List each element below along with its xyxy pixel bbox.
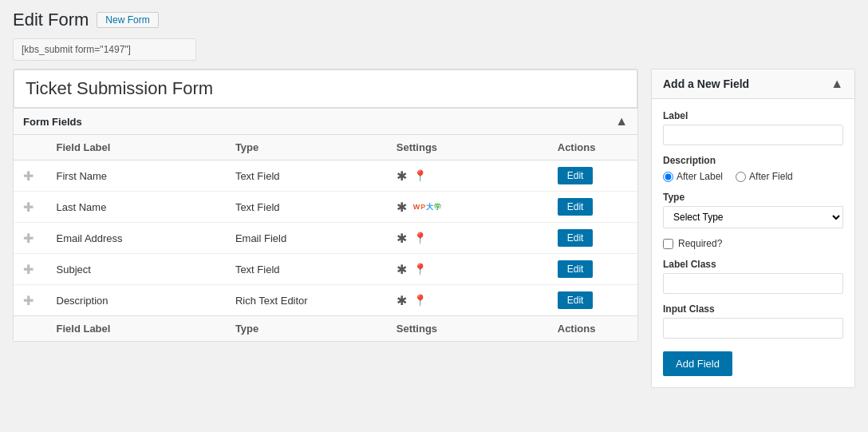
drag-handle[interactable]: ✚	[14, 161, 47, 192]
after-label-text: After Label	[677, 171, 723, 182]
field-actions-cell: Edit	[548, 192, 637, 223]
after-label-radio[interactable]	[663, 172, 673, 182]
label-input[interactable]	[663, 125, 843, 145]
label-field-label: Label	[663, 110, 843, 121]
input-class-field-group: Input Class	[663, 303, 843, 339]
edit-button[interactable]: Edit	[558, 167, 594, 184]
after-field-radio[interactable]	[736, 172, 746, 182]
edit-button[interactable]: Edit	[558, 291, 594, 309]
settings-icons: ✱📍	[397, 168, 539, 184]
col-label-header: Field Label	[47, 135, 226, 161]
field-actions-cell: Edit	[548, 254, 637, 285]
pin-icon[interactable]: 📍	[413, 263, 427, 275]
edit-button[interactable]: Edit	[558, 260, 594, 278]
field-label-cell: Last Name	[47, 192, 226, 223]
after-field-radio-label[interactable]: After Field	[736, 171, 793, 182]
table-row: ✚First NameText Field✱📍Edit	[14, 161, 637, 192]
drag-handle[interactable]: ✚	[14, 223, 47, 254]
table-row: ✚Email AddressEmail Field✱📍Edit	[14, 223, 637, 254]
form-title-input[interactable]	[14, 69, 637, 108]
table-row: ✚DescriptionRich Text Editor✱📍Edit	[14, 285, 637, 316]
collapse-icon[interactable]: ▲	[615, 115, 628, 128]
field-actions-cell: Edit	[548, 161, 637, 192]
right-panel-body: Label Description After Label After Fiel…	[652, 99, 854, 387]
required-checkbox[interactable]	[663, 239, 673, 249]
field-label-cell: Email Address	[47, 223, 226, 254]
description-field-group: Description After Label After Field	[663, 155, 843, 182]
section-header: Form Fields ▲	[14, 109, 637, 135]
label-field-group: Label	[663, 110, 843, 145]
footer-settings-col: Settings	[387, 316, 548, 342]
field-actions-cell: Edit	[548, 223, 637, 254]
after-field-text: After Field	[749, 171, 793, 182]
col-drag-header	[14, 135, 47, 161]
drag-icon: ✚	[23, 232, 34, 245]
field-type-cell: Text Field	[226, 161, 387, 192]
label-class-label: Label Class	[663, 259, 843, 270]
field-settings-cell: ✱📍	[387, 254, 548, 285]
field-settings-cell: ✱📍	[387, 223, 548, 254]
footer-label-col: Field Label	[47, 316, 226, 342]
description-radio-group: After Label After Field	[663, 171, 843, 182]
add-field-button[interactable]: Add Field	[663, 351, 732, 376]
field-type-cell: Text Field	[226, 192, 387, 223]
settings-icons: ✱📍	[397, 231, 539, 246]
input-class-input[interactable]	[663, 318, 843, 339]
right-panel-collapse-icon[interactable]: ▲	[831, 77, 843, 90]
col-settings-header: Settings	[387, 135, 548, 161]
type-field-group: Type Select TypeText FieldEmail FieldRic…	[663, 192, 843, 228]
type-field-label: Type	[663, 192, 843, 203]
drag-icon: ✚	[23, 200, 34, 214]
edit-button[interactable]: Edit	[558, 229, 594, 247]
field-label-cell: Subject	[47, 254, 226, 285]
star-icon[interactable]: ✱	[397, 231, 407, 246]
form-fields-section: Form Fields ▲ Field Label Type Settings …	[14, 108, 637, 341]
fields-table: Field Label Type Settings Actions ✚First…	[14, 135, 637, 341]
pin-icon[interactable]: 📍	[413, 294, 427, 307]
required-row: Required?	[663, 238, 843, 249]
settings-icons: ✱ WP大学	[397, 200, 539, 215]
footer-drag-col	[14, 316, 47, 342]
drag-handle[interactable]: ✚	[14, 192, 47, 223]
star-icon[interactable]: ✱	[397, 200, 407, 215]
pin-icon[interactable]: 📍	[413, 169, 427, 182]
page-title: Edit Form	[13, 10, 89, 30]
description-field-label: Description	[663, 155, 843, 166]
input-class-label: Input Class	[663, 303, 843, 315]
label-class-field-group: Label Class	[663, 259, 843, 294]
right-panel-header: Add a New Field ▲	[652, 69, 854, 99]
field-label-cell: Description	[47, 285, 226, 316]
col-actions-header: Actions	[548, 135, 637, 161]
type-select[interactable]: Select TypeText FieldEmail FieldRich Tex…	[663, 206, 843, 228]
table-header-row: Field Label Type Settings Actions	[14, 135, 637, 161]
drag-icon: ✚	[23, 294, 34, 307]
star-icon[interactable]: ✱	[397, 262, 407, 277]
main-layout: Form Fields ▲ Field Label Type Settings …	[13, 69, 855, 388]
field-settings-cell: ✱📍	[387, 285, 548, 316]
field-settings-cell: ✱ WP大学	[387, 192, 548, 223]
table-row: ✚SubjectText Field✱📍Edit	[14, 254, 637, 285]
field-settings-cell: ✱📍	[387, 161, 548, 192]
label-class-input[interactable]	[663, 273, 843, 294]
field-type-cell: Email Field	[226, 223, 387, 254]
page-wrapper: Edit Form New Form [kbs_submit form="149…	[0, 0, 868, 432]
wordpress-logo: WP大学	[413, 202, 442, 212]
after-label-radio-label[interactable]: After Label	[663, 171, 723, 182]
settings-icons: ✱📍	[397, 262, 539, 277]
right-panel: Add a New Field ▲ Label Description Afte…	[651, 69, 855, 388]
col-type-header: Type	[226, 135, 387, 161]
star-icon[interactable]: ✱	[397, 168, 407, 184]
field-label-cell: First Name	[47, 161, 226, 192]
shortcode-bar: [kbs_submit form="1497"]	[13, 38, 196, 61]
edit-button[interactable]: Edit	[558, 198, 594, 216]
field-type-cell: Text Field	[226, 254, 387, 285]
table-row: ✚Last NameText Field✱ WP大学 Edit	[14, 192, 637, 223]
pin-icon[interactable]: 📍	[413, 232, 427, 244]
drag-handle[interactable]: ✚	[14, 285, 47, 316]
new-form-button[interactable]: New Form	[97, 12, 158, 28]
field-type-cell: Rich Text Editor	[226, 285, 387, 316]
drag-icon: ✚	[23, 263, 34, 276]
star-icon[interactable]: ✱	[397, 293, 407, 308]
add-field-panel-title: Add a New Field	[663, 77, 749, 90]
drag-handle[interactable]: ✚	[14, 254, 47, 285]
